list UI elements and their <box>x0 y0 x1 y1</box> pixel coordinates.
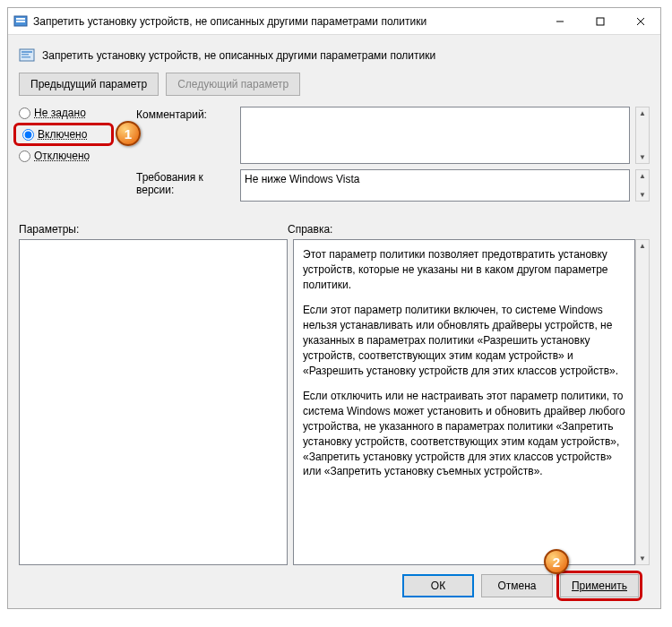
state-radio-group: Не задано Включено 1 Отключено <box>19 107 131 162</box>
comment-label: Комментарий: <box>136 107 235 121</box>
parameters-panel <box>19 239 288 565</box>
parameters-label: Параметры: <box>19 223 288 236</box>
svg-rect-1 <box>16 18 25 20</box>
nav-buttons: Предыдущий параметр Следующий параметр <box>19 73 650 96</box>
annotation-callout-2: 2 <box>544 549 569 574</box>
radio-not-configured-input[interactable] <box>19 107 30 119</box>
scroll-up-icon: ▲ <box>636 170 649 182</box>
help-panel: Этот параметр политики позволяет предотв… <box>293 239 635 565</box>
next-setting-button: Следующий параметр <box>166 73 300 96</box>
help-scrollbar[interactable]: ▲ ▼ <box>635 239 650 565</box>
titlebar: Запретить установку устройств, не описан… <box>8 8 660 35</box>
radio-enabled[interactable]: Включено 1 <box>19 126 131 142</box>
radio-disabled-label: Отключено <box>34 150 90 162</box>
prev-setting-button[interactable]: Предыдущий параметр <box>19 73 159 96</box>
window-controls <box>539 8 660 34</box>
radio-enabled-input[interactable] <box>22 129 34 141</box>
scroll-down-icon: ▼ <box>636 151 649 163</box>
comment-scrollbar[interactable]: ▲ ▼ <box>635 107 650 164</box>
radio-not-configured-label: Не задано <box>34 107 86 119</box>
svg-rect-8 <box>22 51 32 53</box>
footer-buttons: ОК Отмена Применить 2 <box>19 565 650 608</box>
help-panel-wrap: Этот параметр политики позволяет предотв… <box>293 239 650 565</box>
svg-rect-4 <box>597 18 604 25</box>
radio-not-configured[interactable]: Не задано <box>19 107 131 119</box>
content-area: Запретить установку устройств, не описан… <box>8 35 660 608</box>
scroll-up-icon: ▲ <box>636 240 649 252</box>
panels: Этот параметр политики позволяет предотв… <box>19 239 650 565</box>
requirements-label: Требования к версии: <box>136 169 235 196</box>
help-text-2: Если этот параметр политики включен, то … <box>303 303 625 378</box>
svg-rect-10 <box>22 56 30 58</box>
close-button[interactable] <box>620 8 660 34</box>
help-text-1: Этот параметр политики позволяет предотв… <box>303 247 625 292</box>
radio-disabled-input[interactable] <box>19 150 30 162</box>
mid-labels: Параметры: Справка: <box>19 223 650 236</box>
policy-dialog: Запретить установку устройств, не описан… <box>7 7 661 609</box>
help-label: Справка: <box>288 223 332 236</box>
radio-enabled-label: Включено <box>38 128 87 141</box>
svg-rect-9 <box>22 54 29 56</box>
requirements-scrollbar[interactable]: ▲ ▼ <box>635 169 650 202</box>
header-title: Запретить установку устройств, не описан… <box>42 49 435 62</box>
top-settings: Не задано Включено 1 Отключено Комментар… <box>19 107 650 207</box>
scroll-down-icon: ▼ <box>636 553 649 564</box>
ok-button[interactable]: ОК <box>402 574 474 597</box>
scroll-down-icon: ▼ <box>636 189 649 201</box>
annotation-callout-1: 1 <box>116 121 141 146</box>
window-title: Запретить установку устройств, не описан… <box>33 15 539 28</box>
help-text-3: Если отключить или не настраивать этот п… <box>303 389 625 479</box>
svg-rect-2 <box>16 21 25 22</box>
apply-button[interactable]: Применить <box>560 574 639 597</box>
header: Запретить установку устройств, не описан… <box>19 44 650 73</box>
cancel-button[interactable]: Отмена <box>481 574 553 597</box>
radio-disabled[interactable]: Отключено <box>19 150 131 162</box>
minimize-button[interactable] <box>539 8 580 34</box>
app-icon <box>13 14 28 29</box>
requirements-input: Не ниже Windows Vista <box>240 169 630 202</box>
policy-icon <box>19 47 35 64</box>
scroll-up-icon: ▲ <box>636 107 649 119</box>
comment-input[interactable] <box>240 107 630 164</box>
maximize-button[interactable] <box>580 8 620 34</box>
